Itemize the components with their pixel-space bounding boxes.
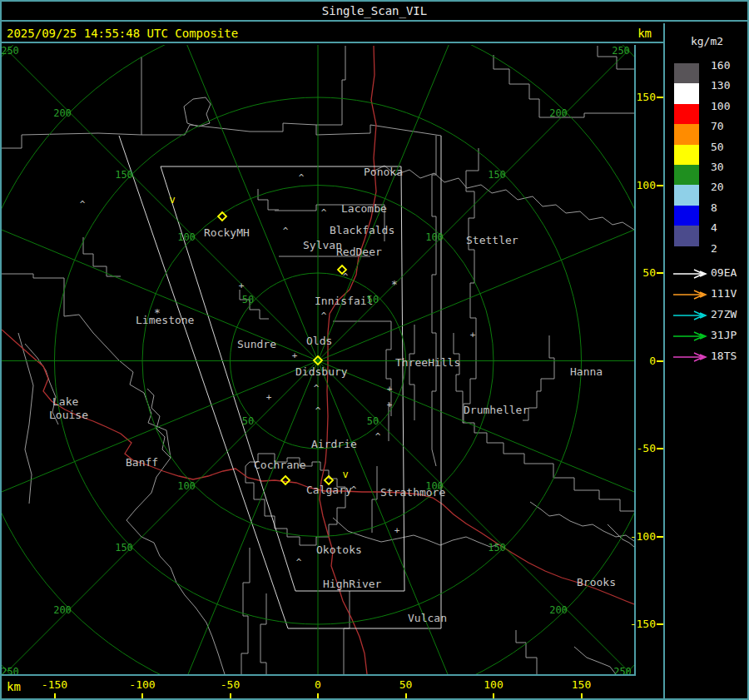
city-label: Louise (49, 409, 88, 421)
scale-color-swatch (674, 63, 699, 83)
ring-distance-label: 50 (242, 415, 254, 427)
horizontal-axis-tick-label: -100 (117, 678, 167, 691)
scale-color-swatch (674, 145, 699, 165)
city-label: Sundre (237, 338, 276, 350)
city-label: Ponoka (364, 166, 403, 178)
vertical-axis-tick (657, 185, 663, 186)
town-caret-icon: ^ (299, 172, 305, 183)
vertical-axis-tick-label: 100 (623, 179, 656, 191)
city-label: Didsbury (295, 365, 348, 378)
vertical-axis-unit: km (637, 27, 652, 40)
legend-units-label: kg/m2 (665, 35, 749, 47)
vertical-axis-tick-label: -100 (623, 530, 656, 543)
scale-color-swatch (674, 206, 699, 226)
vertical-axis-tick (657, 536, 663, 538)
ring-distance-label: 200 (549, 107, 568, 119)
scale-color-swatch (674, 185, 699, 205)
city-label: ThreeHills (395, 356, 460, 369)
ring-distance-label: 150 (488, 542, 506, 554)
title-bar: Single_Scan_VIL (0, 0, 749, 22)
city-label: Okotoks (316, 544, 362, 556)
horizontal-axis-tick (317, 693, 319, 699)
city-label: Airdrie (311, 438, 357, 450)
city-label: RockyMH (204, 226, 250, 239)
horizontal-axis-tick-label: 150 (557, 678, 607, 691)
radar-sector-outlines (119, 136, 441, 628)
town-cross-icon: + (394, 525, 400, 536)
city-label: Cochrane (254, 459, 306, 471)
vertical-axis-tick-label: -50 (623, 442, 656, 454)
scale-value-label: 130 (711, 79, 730, 92)
radar-site-diamond-icon (281, 476, 290, 484)
scan-timestamp: 2025/09/25 14:55:48 UTC Composite (7, 27, 238, 40)
scale-value-label: 2 (711, 242, 717, 255)
city-label: Lake (52, 395, 78, 408)
radial-line (2, 193, 318, 361)
ring-distance-label: 100 (425, 231, 444, 243)
radar-arrow-icon (672, 288, 708, 304)
status-bar: 2025/09/25 14:55:48 UTC Composite km (0, 23, 663, 43)
city-label: Lacombe (341, 202, 387, 215)
city-label: Blackfalds (330, 224, 394, 236)
radar-id-label: 18TS (711, 350, 737, 362)
radial-line (318, 361, 486, 675)
ring-distance-label: 250 (613, 666, 632, 674)
town-caret-icon: ^ (321, 207, 327, 218)
town-caret-icon: ^ (80, 199, 86, 210)
vertical-axis-tick (657, 272, 663, 274)
scale-color-swatch (674, 83, 699, 103)
radar-id-label: 27ZW (711, 308, 737, 320)
town-cross-icon: + (266, 392, 272, 403)
ring-distance-label: 100 (177, 480, 196, 492)
radar-id-label: 09EA (711, 266, 737, 279)
town-caret-icon: ^ (283, 226, 289, 236)
town-cross-icon: + (387, 400, 393, 410)
ring-distance-label: 250 (612, 45, 630, 57)
radial-line (150, 361, 318, 675)
scale-value-label: 30 (711, 161, 724, 173)
radar-arrow-icon (672, 309, 708, 325)
vertical-axis-tick (657, 360, 663, 362)
ring-distance-label: 150 (115, 542, 133, 554)
city-label: Vulcan (408, 612, 447, 624)
horizontal-axis-tick (493, 693, 494, 699)
city-label: Hanna (570, 365, 603, 378)
ring-distance-label: 150 (488, 169, 506, 181)
horizontal-axis-tick-label: 50 (381, 678, 431, 691)
town-asterisk-icon: * (391, 278, 398, 290)
vertical-axis-tick-label: 150 (623, 91, 656, 103)
scale-color-swatch (674, 226, 699, 246)
ring-distance-label: 50 (367, 294, 379, 305)
ring-distance-label: 200 (549, 604, 568, 616)
range-rings (2, 45, 634, 674)
city-label: Innisfail (315, 295, 373, 307)
scale-value-label: 160 (711, 59, 730, 72)
horizontal-axis-tick-label: -50 (206, 678, 255, 691)
radar-map[interactable]: vv^^^^^^^^^^^+++++++** PonokaLacombeBlac… (2, 45, 634, 676)
storm-vector-icon: v (169, 194, 175, 206)
radar-id-label: 111V (711, 287, 737, 300)
radar-arrow-icon (672, 330, 708, 345)
ring-distance-label: 200 (53, 107, 72, 119)
city-label: Calgary (306, 484, 352, 496)
town-caret-icon: ^ (321, 310, 327, 321)
scale-value-label: 70 (711, 120, 724, 132)
scale-color-swatch (674, 124, 699, 144)
city-label: Olds (306, 335, 332, 347)
vertical-axis: 150100500-50-100-150 (634, 45, 663, 676)
ring-distance-label: 200 (53, 604, 72, 616)
city-label: Brooks (577, 576, 616, 588)
horizontal-axis-tick (581, 693, 583, 699)
town-cross-icon: + (387, 384, 393, 395)
town-caret-icon: ^ (314, 383, 320, 394)
ring-distance-label: 150 (115, 169, 133, 181)
horizontal-axis-tick (141, 693, 143, 699)
vertical-axis-tick-label: -150 (623, 618, 656, 630)
radar-map-canvas: vv^^^^^^^^^^^+++++++** PonokaLacombeBlac… (2, 45, 634, 674)
vertical-axis-tick (657, 623, 663, 625)
radar-id-label: 31JP (711, 329, 737, 341)
horizontal-axis-unit: km (7, 680, 21, 693)
vertical-axis-tick-label: 0 (623, 355, 656, 367)
town-cross-icon: + (239, 280, 245, 291)
storm-vector-icon: v (342, 469, 348, 480)
